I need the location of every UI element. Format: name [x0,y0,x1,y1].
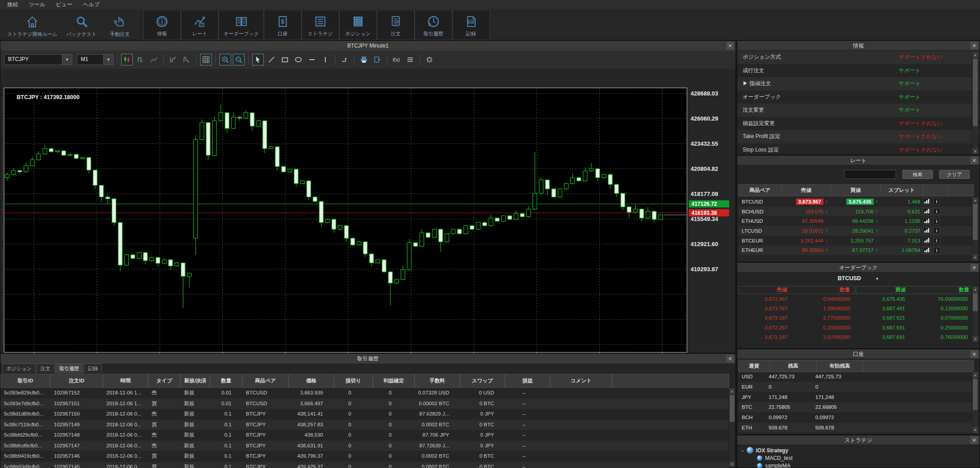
indicators-icon[interactable]: f(x) [391,54,402,65]
chart-type-candlestick-icon[interactable] [121,54,133,65]
toolbar-button-orders[interactable]: 注文 [377,10,415,40]
history-column-header[interactable]: 損切り [334,374,373,388]
scroll-down-icon[interactable]: ▼ [729,461,735,467]
instrument-info-icon[interactable]: i [933,208,940,215]
scroll-down-icon[interactable]: ▼ [972,336,978,342]
history-row[interactable]: 5c08c7119cfb0...1029571492018-12-06 0...… [0,420,729,430]
orderbook-close-button[interactable]: ✕ [971,264,978,271]
history-close-button[interactable]: ✕ [726,355,734,362]
ellipse-tool-icon[interactable] [293,54,304,65]
history-column-header[interactable]: スワップ [460,374,505,388]
strategy-tree-item[interactable]: MACD_test [757,455,792,461]
bar-chart-icon[interactable] [923,237,931,244]
history-row[interactable]: 5c08b9419cfb0...1029571462018-12-06 0...… [0,451,729,462]
toolbar-button-hand[interactable]: 手動注文 [101,10,139,40]
menu-item-ヘルプ[interactable]: ヘルプ [79,0,104,9]
toolbar-button-book[interactable]: オーダーブック [219,10,263,40]
zoom-out-icon[interactable] [233,54,245,65]
menu-item-ビュー[interactable]: ビュー [52,0,77,9]
history-column-header[interactable]: 商品ペア [242,374,289,388]
account-scrollbar[interactable]: ▲ ▼ [972,372,979,433]
history-column-header[interactable]: 時間 [103,374,148,388]
toolbar-button-strategy[interactable]: ストラテジ [302,10,339,40]
history-column-header[interactable]: タイプ [148,374,180,388]
bar-chart-icon[interactable] [923,227,931,234]
settings-gear-icon[interactable] [424,54,435,65]
cursor-tool-icon[interactable] [252,54,264,65]
rate-row-ETHEUR[interactable]: ETHEUR86.30963↑87.37717↑1.06754i [738,246,973,256]
history-row[interactable]: 5c093e7d9cfb0...1029571512018-12-06 1...… [0,399,729,409]
history-column-header[interactable]: 注文ID [50,374,103,388]
instrument-info-icon[interactable]: i [933,247,940,254]
history-column-header[interactable]: コメント [550,374,612,388]
history-column-header[interactable]: 取引ID [0,374,50,388]
strategy-tree-item[interactable]: sampleMA [757,463,792,468]
hline-tool-icon[interactable] [306,54,318,65]
grid-icon[interactable] [200,54,212,65]
rate-row-BTCUSD[interactable]: BTCUSD3,673.967↑3,675.435↑1.468i [738,197,973,207]
bar-chart-icon[interactable] [923,198,931,205]
scroll-down-icon[interactable]: ▼ [972,427,978,433]
tree-expand-icon[interactable]: ▸ [742,448,744,453]
orderbook-scrollbar[interactable]: ▲ ▼ [972,286,979,342]
account-close-button[interactable]: ✕ [971,351,978,358]
scroll-up-icon[interactable]: ▲ [972,197,978,203]
symbol-select[interactable]: BTCJPY▼ [4,54,72,65]
objects-list-icon[interactable] [404,54,416,65]
toolbar-button-log[interactable]: LOG記録 [452,10,490,40]
print-icon[interactable] [358,54,370,65]
toolbar-button-info[interactable]: i情報 [143,10,181,40]
orderbook-symbol-select[interactable]: BTCUSD ▼ [805,275,912,282]
rectangle-tool-icon[interactable] [279,54,291,65]
rates-close-button[interactable]: ✕ [971,157,978,164]
history-row[interactable]: 5c08d1d89cfb0...1029571502018-12-06 0...… [0,409,729,420]
rates-scrollbar[interactable]: ▲ ▼ [972,197,979,261]
instrument-info-icon[interactable]: i [933,218,940,225]
history-row[interactable]: 5c08b93d9cfb0...1029571452018-12-06 0...… [0,462,729,468]
toolbar-button-account[interactable]: $口座 [264,10,302,40]
rates-search-button[interactable]: 検索 [902,170,933,179]
strategy-close-button[interactable]: ✕ [971,437,978,444]
chart-type-line-icon[interactable] [148,54,160,65]
strategy-tree-root[interactable]: ▸IOX Strategy [742,447,792,454]
history-row[interactable]: 5c08bfcd9cfb0...1029571472018-12-06 0...… [0,441,729,451]
history-row[interactable]: 5c08bfd29cfb0...1029571482018-12-06 0...… [0,430,729,441]
scroll-up-icon[interactable]: ▲ [972,372,978,378]
scroll-down-icon[interactable]: ▼ [972,148,978,154]
toolbar-button-positions[interactable]: ポジション [339,10,377,40]
history-tab-記録[interactable]: 記録 [84,364,102,373]
rates-search-input[interactable] [844,170,896,179]
toolbar-button-history[interactable]: 取引履歴 [415,10,452,40]
bar-chart-icon[interactable] [923,208,931,215]
toolbar-button-search[interactable]: バックテスト [62,10,101,40]
scroll-up-icon[interactable]: ▲ [729,388,735,394]
history-tab-取引履歴[interactable]: 取引履歴 [55,364,83,373]
history-column-header[interactable]: 数量 [210,374,242,388]
timeframe-select[interactable]: M1▼ [77,54,114,65]
menu-item-ツール[interactable]: ツール [24,0,50,9]
instrument-info-icon[interactable]: i [933,237,940,244]
rate-row-ETHUSD[interactable]: ETHUSD97.3094898.44298↑1.1335i [738,216,973,226]
indicator-window-icon[interactable] [167,54,179,65]
chart-close-button[interactable]: ✕ [726,42,734,49]
info-close-button[interactable]: ✕ [971,42,978,49]
line-tool-icon[interactable] [266,54,277,65]
toolbar-button-rates[interactable]: レート [181,10,219,40]
history-column-header[interactable]: 価格 [289,374,334,388]
history-row[interactable]: 5c093e829cfb0...1029571522018-12-06 1...… [0,388,729,399]
scroll-up-icon[interactable]: ▲ [972,286,978,292]
instrument-info-icon[interactable]: i [933,227,940,234]
toolbar-button-home[interactable]: ストラテジ開発ルーム [3,10,62,40]
history-column-header[interactable]: 損益 [505,374,550,388]
zoom-in-icon[interactable] [219,54,231,65]
menu-item-接続[interactable]: 接続 [3,0,22,9]
history-tab-ポジション[interactable]: ポジション [2,364,35,373]
rates-clear-button[interactable]: クリア [939,170,970,179]
vline-tool-icon[interactable] [319,54,331,65]
scroll-up-icon[interactable]: ▲ [972,52,978,58]
bar-chart-icon[interactable] [923,218,931,225]
history-column-header[interactable]: 手数料 [415,374,460,388]
instrument-info-icon[interactable]: i [933,198,940,205]
history-column-header[interactable]: 利益確定 [373,374,415,388]
scroll-down-icon[interactable]: ▼ [972,255,978,260]
